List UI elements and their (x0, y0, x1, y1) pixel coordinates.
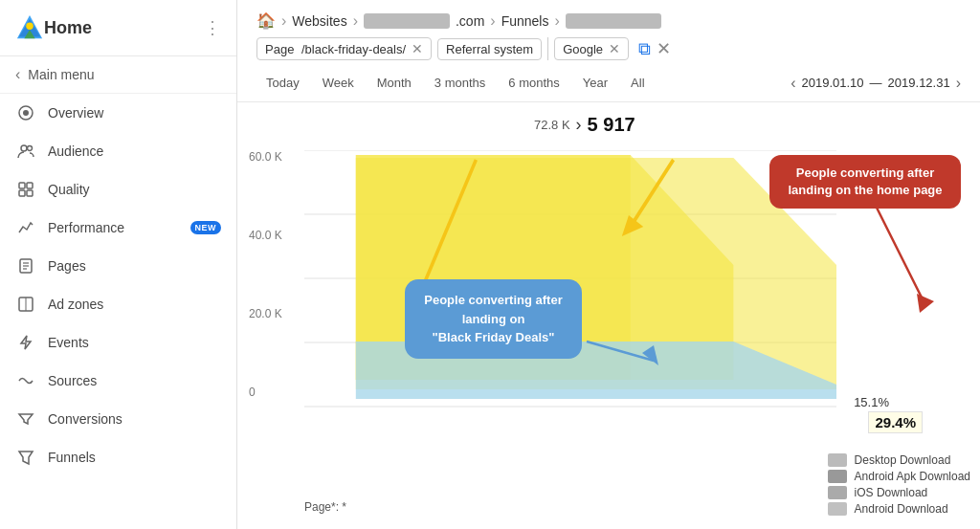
filter-copy-icon[interactable]: ⧉ (638, 39, 651, 59)
sidebar-item-conversions[interactable]: Conversions (0, 400, 236, 438)
main-menu-item[interactable]: ‹ Main menu (0, 56, 236, 94)
date-all[interactable]: All (621, 72, 654, 94)
main-menu-label: Main menu (28, 67, 94, 82)
date-next-arrow[interactable]: › (956, 75, 961, 92)
people-icon (15, 141, 36, 162)
conversions-label: Conversions (48, 411, 221, 427)
filter-google[interactable]: Google ✕ (554, 37, 629, 60)
sidebar-item-ad-zones[interactable]: Ad zones (0, 285, 236, 323)
circle-icon (15, 102, 36, 123)
date-month[interactable]: Month (368, 72, 421, 94)
doc-icon (15, 255, 36, 276)
filter-page-close[interactable]: ✕ (412, 41, 423, 56)
quality-label: Quality (48, 182, 221, 197)
svg-marker-18 (21, 336, 31, 349)
svg-point-6 (21, 145, 27, 151)
svg-rect-8 (19, 183, 25, 188)
app-title: Home (44, 18, 92, 38)
date-year[interactable]: Year (573, 72, 617, 94)
more-options-icon[interactable]: ⋮ (204, 17, 221, 38)
legend-swatch-android (828, 502, 847, 516)
breadcrumb-sep-4: › (554, 12, 559, 30)
sidebar-item-audience[interactable]: Audience (0, 132, 236, 170)
breadcrumb: 🏠 › Websites › .com › Funnels › (237, 0, 980, 37)
y-label-40k: 40.0 K (249, 229, 282, 242)
y-axis: 60.0 K 40.0 K 20.0 K 0 (249, 150, 282, 399)
chart-area: 72.8 K › 5 917 60.0 K 40.0 K 20.0 K 0 (237, 102, 980, 529)
wave-icon (15, 370, 36, 391)
date-range: ‹ 2019.01.10 — 2019.12.31 › (791, 75, 961, 92)
performance-label: Performance (48, 220, 185, 235)
legend-swatch-ios (828, 486, 847, 499)
annotation-red-text: People converting after landing on the h… (788, 165, 942, 197)
svg-marker-19 (19, 452, 33, 464)
annotation-blue: People converting after landing on"Black… (405, 279, 582, 359)
home-icon[interactable]: 🏠 (256, 11, 276, 30)
sidebar-item-funnels[interactable]: Funnels (0, 438, 236, 476)
legend-right: Desktop Download Android Apk Download iO… (828, 453, 970, 516)
svg-point-7 (28, 146, 33, 151)
annotation-red: People converting after landing on the h… (769, 155, 961, 209)
ad-zones-label: Ad zones (48, 297, 221, 312)
sidebar-item-overview[interactable]: Overview (0, 94, 236, 132)
breadcrumb-funnel-name[interactable] (566, 13, 661, 29)
legend-android-label: Android Download (855, 502, 948, 516)
stat-prefix: 72.8 K (534, 118, 570, 132)
legend-desktop-label: Desktop Download (855, 453, 951, 467)
breadcrumb-sep-2: › (353, 12, 358, 30)
y-label-0: 0 (249, 386, 282, 399)
stat-arrow-icon: › (576, 115, 582, 135)
sidebar-item-quality[interactable]: Quality (0, 170, 236, 209)
svg-point-5 (23, 110, 29, 116)
filter-google-label: Google (563, 42, 603, 56)
pages-label: Pages (48, 258, 221, 274)
grid-icon (15, 179, 36, 200)
overview-label: Overview (48, 105, 221, 121)
filter-google-close[interactable]: ✕ (609, 41, 620, 56)
pct-29-value: 29.4% (875, 414, 916, 430)
chart-stat: 72.8 K › 5 917 (534, 114, 635, 136)
date-3months[interactable]: 3 months (425, 72, 495, 94)
date-6months[interactable]: 6 months (499, 72, 568, 94)
main-content: 🏠 › Websites › .com › Funnels › Page /bl… (237, 0, 980, 529)
svg-point-2 (26, 22, 33, 30)
breadcrumb-domain[interactable] (364, 13, 450, 29)
new-badge: NEW (190, 221, 222, 234)
sidebar-header: Home ⋮ (0, 0, 236, 56)
svg-rect-11 (27, 190, 33, 196)
pct-29-label: 29.4% (868, 411, 923, 433)
sidebar-item-performance[interactable]: Performance NEW (0, 209, 236, 247)
sidebar: Home ⋮ ‹ Main menu Overview Audience Qua… (0, 0, 237, 529)
breadcrumb-funnels[interactable]: Funnels (501, 13, 549, 29)
date-dash: — (870, 76, 882, 90)
events-label: Events (48, 335, 221, 350)
sidebar-item-pages[interactable]: Pages (0, 247, 236, 285)
audience-label: Audience (48, 143, 221, 159)
y-label-60k: 60.0 K (249, 150, 282, 164)
date-today[interactable]: Today (256, 72, 309, 94)
svg-rect-10 (19, 190, 25, 196)
date-from: 2019.01.10 (802, 76, 864, 90)
legend-item-android: Android Download (828, 502, 970, 516)
date-prev-arrow[interactable]: ‹ (791, 75, 795, 92)
legend-item-ios: iOS Download (828, 486, 970, 499)
breadcrumb-websites[interactable]: Websites (292, 13, 346, 29)
stat-value: 5 917 (588, 114, 635, 136)
date-week[interactable]: Week (313, 72, 364, 94)
chevron-left-icon: ‹ (15, 66, 20, 83)
date-to: 2019.12.31 (888, 76, 950, 90)
breadcrumb-sep-3: › (490, 12, 495, 30)
legend-android-apk-label: Android Apk Download (855, 470, 970, 483)
page-legend-label: Page*: * (304, 500, 346, 514)
lines-icon (15, 217, 36, 238)
square-icon (15, 294, 36, 315)
filter-referral-label: Referral system (446, 42, 533, 56)
y-label-20k: 20.0 K (249, 307, 282, 320)
filter-clear-icon[interactable]: ✕ (657, 38, 671, 59)
filter-page-label: Page (265, 42, 294, 56)
filter-referral[interactable]: Referral system (437, 38, 542, 60)
sidebar-item-sources[interactable]: Sources (0, 362, 236, 400)
pct-15-value: 15.1% (854, 395, 889, 409)
sidebar-item-events[interactable]: Events (0, 323, 236, 362)
filter-page[interactable]: Page /black-friday-deals/ ✕ (256, 37, 432, 60)
